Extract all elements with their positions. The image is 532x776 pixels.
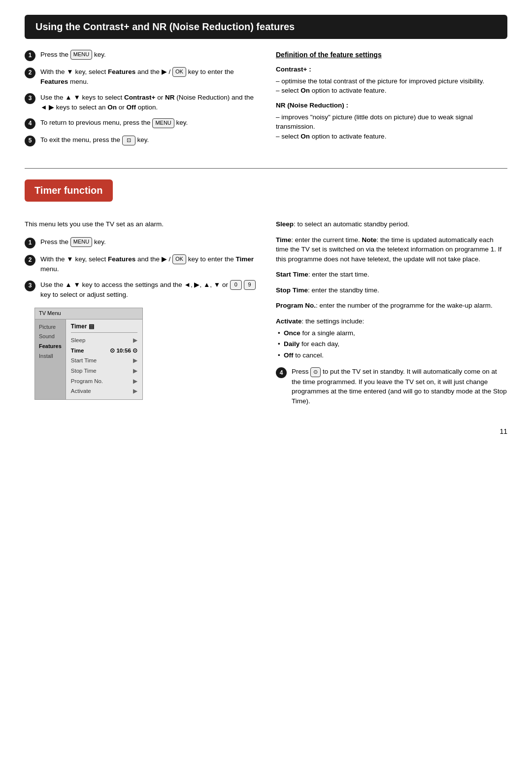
- sidebar-install: Install: [39, 352, 62, 361]
- sidebar-picture: Picture: [39, 322, 62, 332]
- menu-item-time: Time ⊙ 10:56 ⊙: [71, 346, 137, 356]
- tv-menu-body: Picture Sound Features Install Timer ▤ S…: [35, 319, 142, 399]
- time-desc: Time: enter the current time. Note: the …: [276, 235, 507, 264]
- sleep-label: Sleep: [71, 336, 85, 345]
- activate-item-daily: Daily for each day,: [276, 339, 507, 349]
- num-key-9: 9: [244, 280, 256, 290]
- section1-header: Using the Contrast+ and NR (Noise Reduct…: [25, 15, 507, 39]
- activate-arrow: ▶: [133, 387, 137, 395]
- section1-step2: 2 With the ▼ key, select Features and th…: [25, 67, 256, 87]
- step5-text: To exit the menu, press the ⊡ key.: [40, 135, 256, 145]
- programno-label: Program No.: [71, 377, 103, 386]
- stop-time-desc: Stop Time: enter the standby time.: [276, 285, 507, 295]
- menu-key-2: MENU: [152, 118, 174, 128]
- section1-step3: 3 Use the ▲ ▼ keys to select Contrast+ o…: [25, 93, 256, 112]
- tv-menu-main: Timer ▤ Sleep ▶ Time ⊙ 10:56 ⊙ Start Tim…: [66, 319, 142, 399]
- program-no-desc: Program No.: enter the number of the pro…: [276, 301, 507, 311]
- nr-item2: – select On option to activate feature.: [276, 132, 507, 141]
- nr-item1: – improves "noisy" picture (little dots …: [276, 112, 507, 132]
- contrast-plus-item2: – select On option to activate feature.: [276, 86, 507, 96]
- section1-steps: 1 Press the MENU key. 2 With the ▼ key, …: [25, 50, 256, 146]
- menu-item-programno: Program No. ▶: [71, 376, 137, 387]
- num-key-0: 0: [230, 280, 242, 290]
- timer-step4-text: Press ⊙ to put the TV set in standby. It…: [292, 367, 507, 406]
- activate-item-once: Once for a single alarm,: [276, 328, 507, 338]
- sidebar-features: Features: [39, 342, 62, 352]
- step1-num: 1: [25, 50, 35, 61]
- sleep-desc: Sleep: to select an automatic standby pe…: [276, 219, 507, 229]
- menu-item-stoptime: Stop Time ▶: [71, 366, 137, 376]
- section2-right: Sleep: to select an automatic standby pe…: [276, 219, 507, 412]
- contrast-plus-label: Contrast+ :: [276, 65, 507, 74]
- stoptime-label: Stop Time: [71, 367, 97, 375]
- contrast-plus-item1: – optimise the total contrast of the pic…: [276, 76, 507, 86]
- section-divider: [25, 168, 507, 169]
- section1-step4: 4 To return to previous menu, press the …: [25, 118, 256, 129]
- menu-key-3: MENU: [70, 237, 92, 247]
- starttime-label: Start Time: [71, 356, 97, 365]
- sidebar-sound: Sound: [39, 332, 62, 342]
- section2-steps: 1 Press the MENU key. 2 With the ▼ key, …: [25, 237, 256, 300]
- section1-step5: 5 To exit the menu, press the ⊡ key.: [25, 135, 256, 146]
- time-label: Time: [71, 347, 84, 355]
- section2-left: This menu lets you use the TV set as an …: [25, 219, 256, 412]
- activate-label: Activate: [71, 387, 91, 395]
- start-time-desc: Start Time: enter the start time.: [276, 270, 507, 280]
- timer-icon: ▤: [89, 322, 94, 331]
- step4-text: To return to previous menu, press the ME…: [40, 118, 256, 128]
- timer-step3-num: 3: [25, 281, 35, 291]
- sleep-arrow: ▶: [133, 336, 137, 345]
- step2-num: 2: [25, 68, 35, 78]
- activate-list: Once for a single alarm, Daily for each …: [276, 328, 507, 360]
- time-value: ⊙ 10:56 ⊙: [110, 347, 137, 355]
- exit-key-1: ⊡: [122, 136, 135, 145]
- tv-menu-sidebar: Picture Sound Features Install: [35, 319, 66, 399]
- timer-step3-text: Use the ▲ ▼ key to access the settings a…: [40, 280, 256, 300]
- section1-right: Definition of the feature settings Contr…: [276, 50, 507, 154]
- timer-step4-num: 4: [276, 367, 287, 378]
- tv-menu-top-bar: TV Menu: [35, 308, 142, 319]
- timer-step2: 2 With the ▼ key, select Features and th…: [25, 254, 256, 274]
- tv-menu-label: TV Menu: [39, 310, 61, 317]
- menu-item-sleep: Sleep ▶: [71, 335, 137, 346]
- menu-key-1: MENU: [70, 50, 92, 60]
- activate-item-off: Off to cancel.: [276, 351, 507, 360]
- page-number: 11: [25, 426, 507, 436]
- step4-num: 4: [25, 118, 35, 129]
- timer-intro: This menu lets you use the TV set as an …: [25, 219, 256, 229]
- step3-text: Use the ▲ ▼ keys to select Contrast+ or …: [40, 93, 256, 112]
- timer-step3: 3 Use the ▲ ▼ key to access the settings…: [25, 280, 256, 300]
- programno-arrow: ▶: [133, 377, 137, 386]
- timer-step1-num: 1: [25, 238, 35, 248]
- timer-header-wrap: Timer function: [25, 179, 507, 212]
- step5-num: 5: [25, 136, 35, 146]
- section1-left: 1 Press the MENU key. 2 With the ▼ key, …: [25, 50, 256, 154]
- section2: Timer function This menu lets you use th…: [25, 179, 507, 412]
- section1: Using the Contrast+ and NR (Noise Reduct…: [25, 15, 507, 154]
- ok-key-2: OK: [172, 254, 186, 264]
- step3-num: 3: [25, 93, 35, 104]
- timer-step2-num: 2: [25, 255, 35, 266]
- section1-step1: 1 Press the MENU key.: [25, 50, 256, 61]
- nr-label: NR (Noise Reduction) :: [276, 101, 507, 110]
- step1-text: Press the MENU key.: [40, 50, 256, 60]
- ok-key-1: OK: [172, 67, 186, 77]
- starttime-arrow: ▶: [133, 356, 137, 365]
- timer-step4: 4 Press ⊙ to put the TV set in standby. …: [276, 367, 507, 406]
- tv-menu-title: Timer ▤: [71, 322, 137, 333]
- timer-step1-text: Press the MENU key.: [40, 237, 256, 247]
- menu-item-activate: Activate ▶: [71, 386, 137, 396]
- timer-step2-text: With the ▼ key, select Features and the …: [40, 254, 256, 274]
- standby-key: ⊙: [310, 367, 321, 377]
- timer-header: Timer function: [25, 179, 113, 202]
- tv-menu-screenshot: TV Menu Picture Sound Features Install T…: [34, 308, 143, 400]
- step2-text: With the ▼ key, select Features and the …: [40, 67, 256, 87]
- definition-title: Definition of the feature settings: [276, 50, 507, 60]
- menu-item-starttime: Start Time ▶: [71, 355, 137, 366]
- activate-desc: Activate: the settings include:: [276, 317, 507, 326]
- timer-step1: 1 Press the MENU key.: [25, 237, 256, 248]
- stoptime-arrow: ▶: [133, 367, 137, 375]
